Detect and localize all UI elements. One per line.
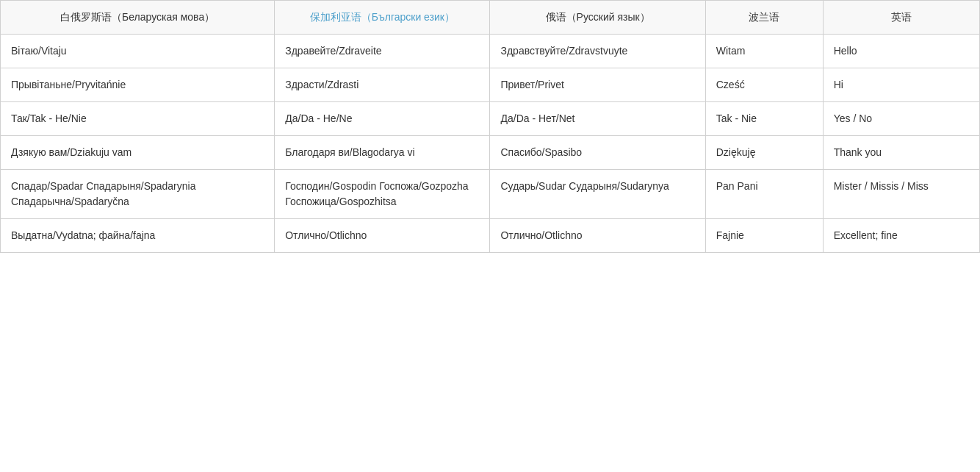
col-bulgarian: 保加利亚语（Български език） bbox=[275, 1, 490, 35]
col-russian: 俄语（Русский язык） bbox=[490, 1, 705, 35]
cell-row-thank-you-col-3: Dziękuję bbox=[705, 136, 823, 170]
cell-row-excellent-col-3: Fajnie bbox=[705, 219, 823, 253]
cell-row-thank-you-col-1: Благодаря ви/Blagodarya vi bbox=[275, 136, 490, 170]
cell-row-hi-col-4: Hi bbox=[823, 68, 979, 102]
cell-row-yes-no-col-1: Да/Da - Не/Ne bbox=[275, 102, 490, 136]
cell-row-thank-you-col-4: Thank you bbox=[823, 136, 979, 170]
cell-row-excellent-col-1: Отлично/Otlichno bbox=[275, 219, 490, 253]
cell-row-excellent-col-4: Excellent; fine bbox=[823, 219, 979, 253]
col-english: 英语 bbox=[823, 1, 979, 35]
cell-row-hi-col-0: Прывітаньне/Pryvitańnie bbox=[1, 68, 275, 102]
row-hello: Вітаю/VitajuЗдравейте/ZdraveiteЗдравству… bbox=[1, 35, 980, 68]
language-table-container: 白俄罗斯语（Беларуская мова）保加利亚语（Български ез… bbox=[0, 0, 980, 472]
row-excellent: Выдатна/Vydatna; файна/fajnaОтлично/Otli… bbox=[1, 219, 980, 253]
cell-row-hello-col-0: Вітаю/Vitaju bbox=[1, 35, 275, 68]
cell-row-yes-no-col-0: Так/Tak - Не/Nie bbox=[1, 102, 275, 136]
language-table: 白俄罗斯语（Беларуская мова）保加利亚语（Български ез… bbox=[0, 0, 980, 253]
cell-row-thank-you-col-2: Спасибо/Spasibo bbox=[490, 136, 705, 170]
cell-row-excellent-col-0: Выдатна/Vydatna; файна/fajna bbox=[1, 219, 275, 253]
row-mister: Спадар/Spadar Спадарыня/Spadarynia Спада… bbox=[1, 170, 980, 219]
cell-row-thank-you-col-0: Дзякую вам/Dziakuju vam bbox=[1, 136, 275, 170]
cell-row-hello-col-4: Hello bbox=[823, 35, 979, 68]
row-thank-you: Дзякую вам/Dziakuju vamБлагодаря ви/Blag… bbox=[1, 136, 980, 170]
cell-row-yes-no-col-2: Да/Da - Нет/Net bbox=[490, 102, 705, 136]
row-yes-no: Так/Tak - Не/NieДа/Da - Не/NeДа/Da - Нет… bbox=[1, 102, 980, 136]
cell-row-hi-col-3: Cześć bbox=[705, 68, 823, 102]
cell-row-yes-no-col-3: Tak - Nie bbox=[705, 102, 823, 136]
cell-row-hello-col-3: Witam bbox=[705, 35, 823, 68]
col-belarusian: 白俄罗斯语（Беларуская мова） bbox=[1, 1, 275, 35]
cell-row-hi-col-1: Здрасти/Zdrasti bbox=[275, 68, 490, 102]
cell-row-mister-col-4: Mister / Missis / Miss bbox=[823, 170, 979, 219]
cell-row-excellent-col-2: Отлично/Otlichno bbox=[490, 219, 705, 253]
cell-row-hi-col-2: Привет/Privet bbox=[490, 68, 705, 102]
cell-row-hello-col-2: Здравствуйте/Zdravstvuyte bbox=[490, 35, 705, 68]
header-row: 白俄罗斯语（Беларуская мова）保加利亚语（Български ез… bbox=[1, 1, 980, 35]
cell-row-mister-col-2: Сударь/Sudar Сударыня/Sudarynya bbox=[490, 170, 705, 219]
col-polish: 波兰语 bbox=[705, 1, 823, 35]
cell-row-mister-col-3: Pan Pani bbox=[705, 170, 823, 219]
cell-row-yes-no-col-4: Yes / No bbox=[823, 102, 979, 136]
cell-row-mister-col-1: Господин/Gospodin Госпожа/Gozpozha Госпо… bbox=[275, 170, 490, 219]
cell-row-mister-col-0: Спадар/Spadar Спадарыня/Spadarynia Спада… bbox=[1, 170, 275, 219]
row-hi: Прывітаньне/PryvitańnieЗдрасти/ZdrastiПр… bbox=[1, 68, 980, 102]
cell-row-hello-col-1: Здравейте/Zdraveite bbox=[275, 35, 490, 68]
